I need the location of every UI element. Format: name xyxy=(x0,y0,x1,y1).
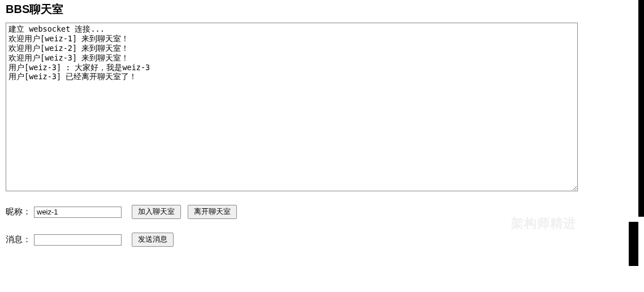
chat-log[interactable] xyxy=(6,23,578,191)
right-white-inset xyxy=(629,0,638,217)
nickname-row: 昵称： 加入聊天室 离开聊天室 xyxy=(6,205,623,219)
right-black-edge xyxy=(629,0,644,266)
message-input[interactable] xyxy=(34,234,122,246)
send-button[interactable]: 发送消息 xyxy=(132,233,174,247)
leave-button[interactable]: 离开聊天室 xyxy=(188,205,237,219)
message-row: 消息： 发送消息 xyxy=(6,233,623,247)
message-label: 消息： xyxy=(6,234,34,245)
nickname-input[interactable] xyxy=(34,207,122,218)
join-button[interactable]: 加入聊天室 xyxy=(132,205,181,219)
page-title: BBS聊天室 xyxy=(6,2,623,17)
nickname-label: 昵称： xyxy=(6,207,34,217)
